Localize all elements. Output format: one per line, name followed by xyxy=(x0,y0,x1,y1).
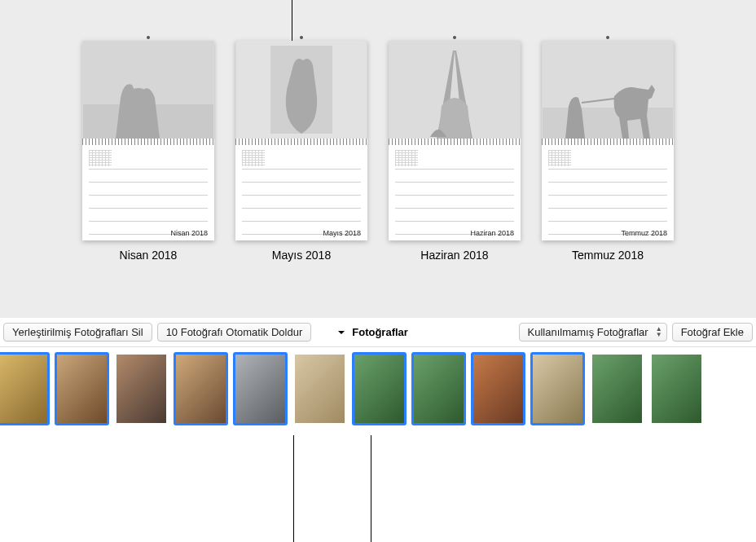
photo-dog-bag[interactable] xyxy=(530,352,585,425)
photo-dog-water[interactable] xyxy=(649,352,704,425)
month-label: Mayıs 2018 xyxy=(272,249,331,262)
clear-placed-photos-button[interactable]: Yerleştirilmiş Fotoğrafları Sil xyxy=(3,323,152,342)
callout-line-bottom-2 xyxy=(371,435,371,542)
photos-section-toggle[interactable]: Fotoğraflar xyxy=(336,326,408,338)
calendar-binding xyxy=(542,139,674,145)
calendar-photo-placeholder[interactable] xyxy=(542,41,674,139)
calendar-page-nisan[interactable]: Nisan 2018 Nisan 2018 xyxy=(82,41,214,318)
calendar-page-temmuz[interactable]: Temmuz 2018 Temmuz 2018 xyxy=(542,41,674,318)
thumbnail-image xyxy=(354,355,404,423)
month-inline-label: Temmuz 2018 xyxy=(621,229,667,237)
calendar-grid: Haziran 2018 xyxy=(389,145,521,240)
photo-girl-hammock[interactable] xyxy=(352,352,407,425)
month-label: Haziran 2018 xyxy=(420,249,488,262)
thumbnail-image xyxy=(592,355,642,423)
autofill-photos-button[interactable]: 10 Fotoğrafı Otomatik Doldur xyxy=(157,323,312,342)
thumbnail-image xyxy=(652,355,701,423)
photo-dog-scarf[interactable] xyxy=(55,352,109,425)
photo-woman-curly[interactable] xyxy=(114,352,169,425)
photo-dog-table[interactable] xyxy=(233,352,288,425)
photo-thumbnail-strip[interactable] xyxy=(0,347,751,435)
thumbnail-image xyxy=(235,355,285,423)
thumbnail-image xyxy=(116,355,166,423)
calendar-canvas: Nisan 2018 Nisan 2018 Mayıs 2018 xyxy=(0,0,756,318)
calendar-photo-placeholder[interactable] xyxy=(389,41,521,139)
photo-toolbar: Yerleştirilmiş Fotoğrafları Sil 10 Fotoğ… xyxy=(0,318,756,347)
photo-dog-hat[interactable] xyxy=(471,352,525,425)
thumbnail-image xyxy=(176,355,226,423)
photo-dog-blanket[interactable] xyxy=(292,352,347,425)
thumbnail-image xyxy=(0,355,47,423)
thumbnail-image xyxy=(295,355,345,423)
thumbnail-image xyxy=(414,355,464,423)
month-inline-label: Mayıs 2018 xyxy=(323,229,361,237)
calendar-page-mayis[interactable]: Mayıs 2018 Mayıs 2018 xyxy=(235,41,367,318)
photo-girl-hammock2[interactable] xyxy=(411,352,466,425)
month-inline-label: Haziran 2018 xyxy=(470,229,514,237)
calendar-binding xyxy=(389,139,521,145)
month-inline-label: Nisan 2018 xyxy=(170,229,208,237)
calendar-binding xyxy=(235,139,367,145)
calendar-binding xyxy=(82,139,214,145)
photos-section-label: Fotoğraflar xyxy=(352,326,408,338)
calendar-photo-placeholder[interactable] xyxy=(82,41,214,139)
calendar-photo-placeholder[interactable] xyxy=(235,41,367,139)
calendar-page-haziran[interactable]: Haziran 2018 Haziran 2018 xyxy=(389,41,521,318)
thumbnail-image xyxy=(533,355,582,423)
callout-line-bottom-1 xyxy=(293,435,294,542)
month-label: Nisan 2018 xyxy=(120,249,178,262)
month-label: Temmuz 2018 xyxy=(572,249,644,262)
photo-dog-crown[interactable] xyxy=(0,352,50,425)
photo-woman-smile[interactable] xyxy=(174,352,228,425)
calendar-grid: Temmuz 2018 xyxy=(542,145,674,240)
photo-filter-popup[interactable]: Kullanılmamış Fotoğraflar ▲▼ xyxy=(519,323,667,342)
thumbnail-image xyxy=(473,355,523,423)
svg-rect-7 xyxy=(543,108,673,139)
chevron-down-icon xyxy=(336,327,347,338)
photo-dog-river[interactable] xyxy=(590,352,644,425)
callout-area-bottom xyxy=(0,435,756,542)
calendar-grid: Mayıs 2018 xyxy=(235,145,367,240)
popup-arrows-icon: ▲▼ xyxy=(656,326,662,337)
add-photo-button[interactable]: Fotoğraf Ekle xyxy=(672,323,753,342)
thumbnail-image xyxy=(57,355,107,423)
calendar-grid: Nisan 2018 xyxy=(82,145,214,240)
photo-filter-label: Kullanılmamış Fotoğraflar xyxy=(528,326,648,338)
